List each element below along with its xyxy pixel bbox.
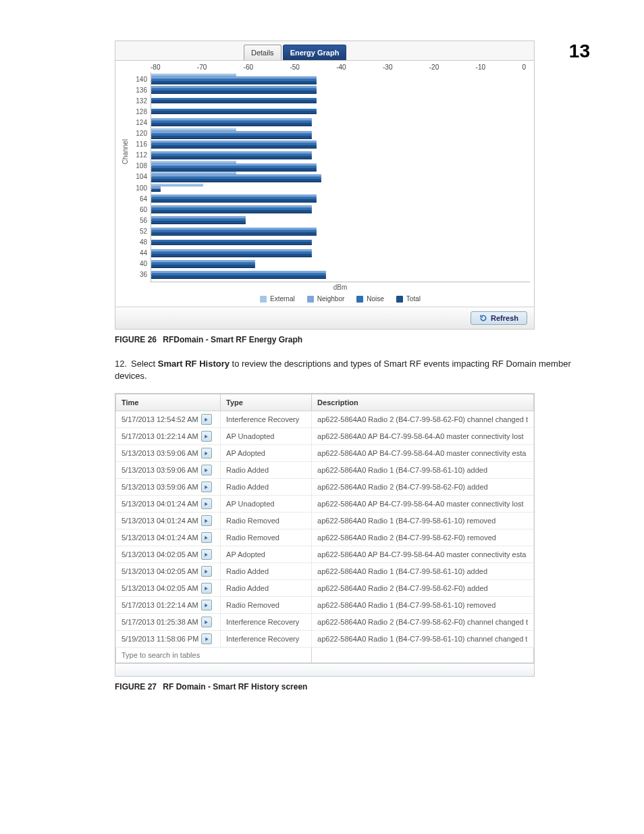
chart-bar <box>151 233 317 236</box>
y-tick: 44 <box>130 249 147 257</box>
cell-type: Radio Added <box>221 563 312 580</box>
play-icon[interactable] <box>201 431 212 442</box>
play-icon[interactable] <box>201 498 212 509</box>
cell-time: 5/17/2013 01:25:38 AM <box>116 614 221 631</box>
y-tick: 64 <box>130 195 147 203</box>
cell-time: 5/13/2013 04:02:05 AM <box>116 580 221 597</box>
y-tick: 116 <box>130 140 147 148</box>
chart-row: 108 <box>151 162 530 170</box>
chart-row: 120 <box>151 130 530 138</box>
play-icon[interactable] <box>201 481 212 492</box>
table-row[interactable]: 5/17/2013 01:22:14 AMRadio Removedap622-… <box>116 597 534 614</box>
cell-time: 5/17/2013 01:22:14 AM <box>116 597 221 614</box>
table-row[interactable]: 5/13/2013 04:01:24 AMRadio Removedap622-… <box>116 529 534 546</box>
y-tick: 60 <box>130 206 147 213</box>
table-row[interactable]: 5/13/2013 04:02:05 AMAP Adoptedap622-586… <box>116 546 534 563</box>
figure-27-caption: FIGURE 27 RF Domain - Smart RF History s… <box>115 682 590 692</box>
play-icon[interactable] <box>201 414 212 425</box>
cell-type: Radio Added <box>221 479 312 496</box>
play-icon[interactable] <box>201 583 212 594</box>
chart-row: 36 <box>151 271 530 279</box>
chart-row: 100 <box>151 184 530 192</box>
chart-row: 44 <box>151 249 530 257</box>
chart-bar <box>151 134 312 136</box>
cell-description: ap622-5864A0 Radio 2 (B4-C7-99-58-62-F0)… <box>312 614 534 631</box>
table-row[interactable]: 5/13/2013 04:02:05 AMRadio Addedap622-58… <box>116 563 534 580</box>
play-icon[interactable] <box>201 633 212 644</box>
cell-type: Radio Removed <box>221 597 312 614</box>
figure-26-caption: FIGURE 26 RFDomain - Smart RF Energy Gra… <box>115 335 590 344</box>
y-tick: 36 <box>130 271 147 278</box>
chart-bar <box>151 82 317 84</box>
y-tick: 56 <box>130 217 147 224</box>
cell-time: 5/17/2013 12:54:52 AM <box>116 411 221 428</box>
y-tick: 40 <box>130 260 147 267</box>
play-icon[interactable] <box>201 549 212 560</box>
chart-bar <box>151 211 312 213</box>
chart-plot: Channel 14013613212812412011611210810410… <box>151 72 530 282</box>
play-icon[interactable] <box>201 515 212 526</box>
table-row[interactable]: 5/13/2013 04:02:05 AMRadio Addedap622-58… <box>116 580 534 597</box>
cell-description: ap622-5864A0 Radio 2 (B4-C7-99-58-62-F0)… <box>312 411 534 428</box>
cell-type: Radio Removed <box>221 529 312 546</box>
y-tick: 128 <box>130 108 147 115</box>
refresh-button[interactable]: Refresh <box>471 311 527 325</box>
table-row[interactable]: 5/13/2013 03:59:06 AMAP Adoptedap622-586… <box>116 445 534 462</box>
chart-bar <box>151 189 161 192</box>
y-tick: 124 <box>130 119 147 126</box>
play-icon[interactable] <box>201 532 212 543</box>
cell-time: 5/13/2013 03:59:06 AM <box>116 445 221 462</box>
chapter-number: 13 <box>569 41 590 62</box>
table-row[interactable]: 5/13/2013 04:01:24 AMAP Unadoptedap622-5… <box>116 496 534 513</box>
col-type[interactable]: Type <box>221 394 312 411</box>
figure-26-text: RFDomain - Smart RF Energy Graph <box>163 335 302 344</box>
table-row[interactable]: 5/13/2013 04:01:24 AMRadio Removedap622-… <box>116 513 534 529</box>
play-icon[interactable] <box>201 600 212 610</box>
table-row[interactable]: 5/17/2013 01:25:38 AMInterference Recove… <box>116 614 534 631</box>
x-tick: -70 <box>197 63 207 71</box>
cell-type: AP Adopted <box>221 445 312 462</box>
y-tick: 120 <box>130 130 147 137</box>
chart-row: 60 <box>151 205 530 213</box>
play-icon[interactable] <box>201 617 212 627</box>
energy-graph-panel: Details Energy Graph -80-70-60-50-40-30-… <box>115 41 535 330</box>
history-table-panel: Time Type Description 5/17/2013 12:54:52… <box>115 393 535 677</box>
play-icon[interactable] <box>201 465 212 475</box>
table-row[interactable]: 5/13/2013 03:59:06 AMRadio Addedap622-58… <box>116 479 534 496</box>
cell-time: 5/17/2013 01:22:14 AM <box>116 428 221 445</box>
table-row[interactable]: 5/17/2013 12:54:52 AMInterference Recove… <box>116 411 534 428</box>
table-search-input[interactable] <box>116 648 311 662</box>
chart-bar <box>151 157 312 159</box>
y-tick: 100 <box>130 184 147 192</box>
tab-details[interactable]: Details <box>244 45 281 60</box>
y-tick: 48 <box>130 238 147 246</box>
cell-description: ap622-5864A0 Radio 2 (B4-C7-99-58-62-F0)… <box>312 529 534 546</box>
x-tick: -50 <box>290 63 299 71</box>
chart-bar <box>151 131 312 134</box>
table-row[interactable]: 5/19/2013 11:58:06 PMInterference Recove… <box>116 631 534 648</box>
table-row[interactable]: 5/13/2013 03:59:06 AMRadio Addedap622-58… <box>116 462 534 479</box>
y-tick: 52 <box>130 228 147 235</box>
y-tick: 140 <box>130 76 147 83</box>
col-description[interactable]: Description <box>312 394 534 411</box>
play-icon[interactable] <box>201 566 212 577</box>
cell-time: 5/13/2013 04:02:05 AM <box>116 546 221 563</box>
cell-time: 5/13/2013 04:01:24 AM <box>116 496 221 513</box>
cell-type: AP Unadopted <box>221 496 312 513</box>
chart-row: 116 <box>151 140 530 149</box>
col-time[interactable]: Time <box>116 394 221 411</box>
cell-time: 5/13/2013 04:01:24 AM <box>116 529 221 546</box>
play-icon[interactable] <box>201 448 212 459</box>
cell-description: ap622-5864A0 AP B4-C7-99-58-64-A0 master… <box>312 428 534 445</box>
legend-external: External <box>260 295 295 303</box>
y-axis-label: Channel <box>122 139 129 164</box>
table-footer <box>115 663 534 676</box>
chart-bar <box>151 230 317 233</box>
cell-time: 5/13/2013 03:59:06 AM <box>116 479 221 496</box>
table-row[interactable]: 5/17/2013 01:22:14 AMAP Unadoptedap622-5… <box>116 428 534 445</box>
toolbar: Refresh <box>115 307 534 329</box>
tab-energy-graph[interactable]: Energy Graph <box>283 45 347 60</box>
chart-bar <box>151 111 317 114</box>
history-table: Time Type Description 5/17/2013 12:54:52… <box>115 394 534 663</box>
x-tick: -10 <box>476 63 485 71</box>
